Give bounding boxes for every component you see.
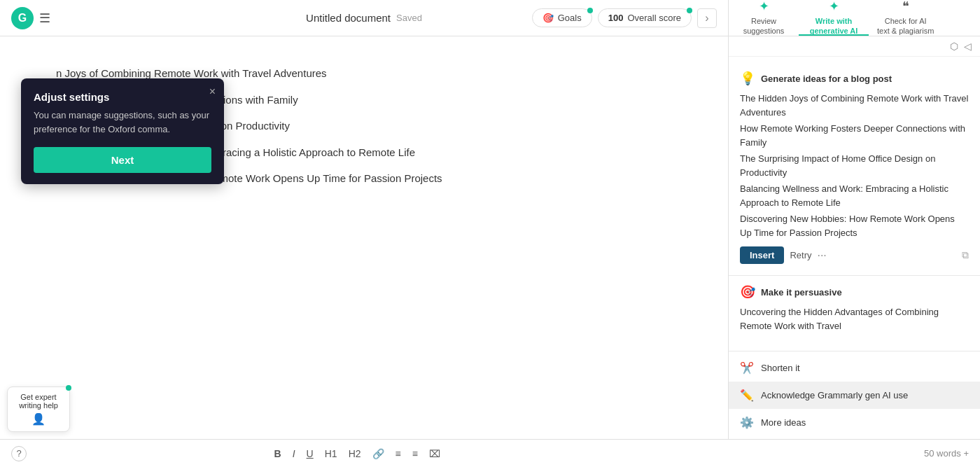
tab-write-label: Write withgenerative AI bbox=[810, 17, 858, 35]
idea-2: How Remote Working Fosters Deeper Connec… bbox=[740, 122, 969, 149]
generate-ideas-title: Generate ideas for a blog post bbox=[761, 74, 892, 84]
underline-button[interactable]: U bbox=[304, 447, 316, 461]
shorten-label: Shorten it bbox=[761, 363, 800, 373]
score-dot bbox=[687, 8, 692, 13]
persuasive-text: Uncovering the Hidden Advantages of Comb… bbox=[740, 305, 969, 333]
score-button[interactable]: 100 Overall score bbox=[598, 8, 692, 27]
more-ideas-label: More ideas bbox=[761, 417, 806, 428]
tooltip-body: You can manage suggestions, such as your… bbox=[34, 109, 211, 136]
idea-3: The Surprising Impact of Home Office Des… bbox=[740, 152, 969, 179]
write-icon: ✦ bbox=[829, 0, 839, 14]
more-ideas-icon: ⚙️ bbox=[740, 416, 754, 429]
panel-body: 💡 Generate ideas for a blog post The Hid… bbox=[729, 57, 980, 439]
right-panel: ⬡ ◁ 💡 Generate ideas for a blog post The… bbox=[728, 36, 980, 439]
document-title: Untitled document bbox=[306, 12, 391, 24]
get-expert-label: Get expert writing help bbox=[19, 393, 58, 410]
help-button[interactable]: ? bbox=[11, 446, 27, 461]
score-text: Overall score bbox=[627, 13, 681, 23]
acknowledge-row[interactable]: ✏️ Acknowledge Grammarly gen AI use bbox=[729, 382, 980, 409]
get-expert-widget[interactable]: Get expert writing help 👤 bbox=[7, 386, 70, 432]
link-button[interactable]: 🔗 bbox=[370, 447, 387, 461]
goals-button[interactable]: 🎯 Goals bbox=[532, 8, 592, 27]
shorten-icon: ✂️ bbox=[740, 361, 754, 375]
panel-tabs: ✦ Reviewsuggestions ✦ Write withgenerati… bbox=[728, 0, 980, 36]
tab-review-suggestions[interactable]: ✦ Reviewsuggestions bbox=[729, 0, 799, 36]
acknowledge-icon: ✏️ bbox=[740, 389, 754, 402]
goals-label: Goals bbox=[558, 13, 582, 23]
editor-header: G ☰ Untitled document Saved 🎯 Goals 100 … bbox=[0, 0, 728, 36]
tooltip-close-button[interactable]: × bbox=[209, 85, 216, 98]
score-number: 100 bbox=[608, 13, 624, 23]
h1-button[interactable]: H1 bbox=[322, 447, 340, 461]
persuasive-icon: 🎯 bbox=[740, 284, 755, 300]
make-persuasive-section: 🎯 Make it persuasive Uncovering the Hidd… bbox=[729, 279, 980, 348]
generate-ideas-actions: Insert Retry ··· ⧉ bbox=[740, 246, 969, 264]
retry-button[interactable]: Retry bbox=[790, 250, 811, 260]
top-header: G ☰ Untitled document Saved 🎯 Goals 100 … bbox=[0, 0, 980, 36]
pin-icon[interactable]: ⬡ bbox=[950, 41, 958, 52]
idea-5: Discovering New Hobbies: How Remote Work… bbox=[740, 212, 969, 239]
editor-area[interactable]: × Adjust settings You can manage suggest… bbox=[0, 36, 728, 439]
check-icon: ❝ bbox=[902, 0, 909, 14]
tab-check-label: Check for AItext & plagiarism bbox=[877, 17, 934, 35]
tab-check-ai[interactable]: ❝ Check for AItext & plagiarism bbox=[869, 0, 942, 36]
shorten-row[interactable]: ✂️ Shorten it bbox=[729, 354, 980, 382]
persuasive-title: Make it persuasive bbox=[761, 287, 842, 298]
menu-icon[interactable]: ☰ bbox=[39, 11, 50, 26]
divider-1 bbox=[729, 275, 980, 276]
tooltip-next-button[interactable]: Next bbox=[34, 147, 211, 173]
formatting-bar: B I U H1 H2 🔗 ≡ ≡ ⌧ bbox=[272, 447, 443, 461]
tooltip-title: Adjust settings bbox=[34, 91, 211, 103]
italic-button[interactable]: I bbox=[290, 447, 298, 461]
divider-2 bbox=[729, 351, 980, 351]
goals-dot bbox=[587, 8, 593, 13]
panel-header-icons: ⬡ ◁ bbox=[950, 41, 972, 52]
h2-button[interactable]: H2 bbox=[346, 447, 364, 461]
generate-ideas-header: 💡 Generate ideas for a blog post bbox=[740, 71, 969, 86]
tab-review-label: Reviewsuggestions bbox=[743, 17, 785, 35]
unordered-list-button[interactable]: ≡ bbox=[410, 447, 421, 461]
get-expert-icon: 👤 bbox=[13, 412, 64, 426]
generate-ideas-content: The Hidden Joys of Combining Remote Work… bbox=[740, 92, 969, 239]
bottom-bar: ? B I U H1 H2 🔗 ≡ ≡ ⌧ 50 words + bbox=[0, 439, 980, 467]
bottom-bar-left: ? bbox=[11, 446, 27, 461]
get-expert-dot bbox=[66, 385, 71, 391]
tab-write-generative[interactable]: ✦ Write withgenerative AI bbox=[799, 0, 869, 36]
bold-button[interactable]: B bbox=[272, 447, 284, 461]
more-ideas-row[interactable]: ⚙️ More ideas bbox=[729, 409, 980, 436]
review-icon: ✦ bbox=[759, 0, 769, 14]
acknowledge-label: Acknowledge Grammarly gen AI use bbox=[761, 390, 908, 400]
idea-1: The Hidden Joys of Combining Remote Work… bbox=[740, 92, 969, 119]
generate-ideas-icon: 💡 bbox=[740, 71, 755, 86]
grammarly-logo[interactable]: G bbox=[11, 7, 34, 29]
insert-button[interactable]: Insert bbox=[740, 246, 784, 264]
word-count: 50 words + bbox=[924, 448, 969, 459]
copy-icon[interactable]: ⧉ bbox=[962, 249, 969, 261]
ordered-list-button[interactable]: ≡ bbox=[393, 447, 404, 461]
header-left: G ☰ bbox=[11, 7, 50, 29]
main-content: × Adjust settings You can manage suggest… bbox=[0, 36, 980, 439]
collapse-icon[interactable]: ◁ bbox=[964, 41, 972, 52]
generate-ideas-section: 💡 Generate ideas for a blog post The Hid… bbox=[729, 65, 980, 272]
panel-header-row: ⬡ ◁ bbox=[729, 36, 980, 57]
collapse-panel-button[interactable]: › bbox=[697, 8, 717, 28]
clear-formatting-button[interactable]: ⌧ bbox=[426, 447, 443, 461]
idea-4: Balancing Wellness and Work: Embracing a… bbox=[740, 182, 969, 209]
saved-label: Saved bbox=[396, 13, 422, 23]
adjust-settings-tooltip: × Adjust settings You can manage suggest… bbox=[21, 78, 224, 184]
make-persuasive-header: 🎯 Make it persuasive bbox=[740, 284, 969, 300]
goals-icon: 🎯 bbox=[542, 13, 554, 23]
more-options-button[interactable]: ··· bbox=[817, 249, 826, 262]
